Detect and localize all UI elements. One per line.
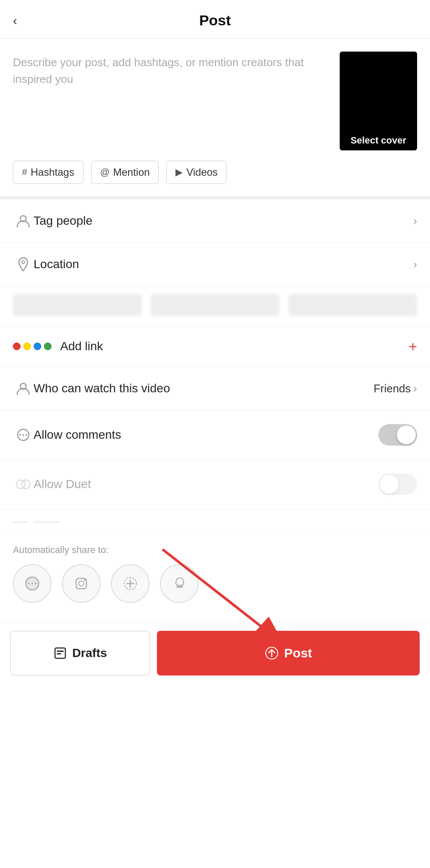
post-label: Post	[284, 646, 312, 660]
share-snapchat-button[interactable]	[160, 564, 199, 603]
drafts-icon	[53, 646, 67, 660]
svg-point-5	[22, 434, 24, 436]
post-button[interactable]: Post	[157, 631, 420, 675]
page-title: Post	[199, 12, 231, 29]
tag-people-row[interactable]: Tag people ›	[0, 199, 430, 243]
post-icon	[264, 646, 279, 660]
svg-point-11	[31, 583, 33, 584]
quick-actions: # Hashtags @ Mention ▶ Videos	[0, 161, 430, 196]
tag-people-label: Tag people	[34, 214, 413, 228]
mention-button[interactable]: @ Mention	[91, 161, 159, 184]
allow-comments-toggle[interactable]	[378, 424, 417, 446]
allow-duet-toggle	[378, 474, 417, 495]
who-can-watch-label: Who can watch this video	[34, 382, 374, 395]
hashtag-icon: #	[22, 167, 27, 178]
link-dots-icon	[13, 342, 52, 350]
partial-row	[0, 509, 430, 535]
suggestion-3	[288, 294, 417, 316]
svg-point-14	[79, 581, 84, 586]
who-can-watch-row[interactable]: Who can watch this video Friends ›	[0, 367, 430, 410]
svg-rect-23	[57, 653, 61, 654]
header: ‹ Post	[0, 0, 430, 39]
hashtags-button[interactable]: # Hashtags	[13, 161, 83, 184]
svg-point-10	[28, 583, 30, 584]
mention-icon: @	[100, 167, 110, 178]
hashtags-label: Hashtags	[31, 166, 74, 178]
svg-point-4	[19, 434, 21, 436]
toggle-knob	[397, 425, 416, 444]
add-link-label: Add link	[60, 339, 408, 353]
location-row[interactable]: Location ›	[0, 243, 430, 286]
bottom-bar: Drafts Post	[0, 622, 430, 686]
auto-share-icons	[13, 564, 417, 613]
allow-comments-row[interactable]: Allow comments	[0, 410, 430, 460]
add-link-row[interactable]: Add link +	[0, 326, 430, 367]
add-link-plus-icon[interactable]: +	[408, 339, 417, 354]
allow-comments-label: Allow comments	[34, 428, 378, 442]
share-instagram-button[interactable]	[62, 564, 101, 603]
who-can-watch-value: Friends	[374, 382, 411, 395]
chevron-right-icon-3: ›	[413, 382, 417, 395]
videos-label: Videos	[186, 166, 218, 178]
chevron-right-icon-2: ›	[413, 258, 417, 271]
location-icon	[13, 257, 34, 272]
share-messages-button[interactable]	[13, 564, 52, 603]
allow-duet-row: Allow Duet	[0, 460, 430, 509]
location-suggestions	[0, 286, 430, 326]
auto-share-section: Automatically share to:	[0, 535, 430, 613]
mention-label: Mention	[113, 166, 150, 178]
svg-point-6	[25, 434, 27, 436]
person-icon-2	[13, 381, 34, 396]
allow-duet-label: Allow Duet	[34, 477, 378, 491]
drafts-button[interactable]: Drafts	[10, 631, 150, 675]
cover-label[interactable]: Select cover	[340, 131, 417, 150]
svg-point-1	[22, 261, 25, 264]
location-label: Location	[34, 257, 413, 271]
svg-point-15	[84, 579, 86, 581]
play-icon: ▶	[175, 167, 183, 178]
cover-thumbnail[interactable]: Select cover	[340, 52, 417, 150]
dot-red	[13, 342, 21, 350]
dot-yellow	[23, 342, 31, 350]
back-button[interactable]: ‹	[13, 13, 17, 28]
dot-green	[44, 342, 52, 350]
svg-rect-22	[57, 651, 64, 652]
suggestion-2	[150, 294, 280, 316]
comment-icon	[13, 427, 34, 443]
auto-share-label: Automatically share to:	[13, 544, 417, 556]
chevron-right-icon: ›	[413, 214, 417, 228]
videos-button[interactable]: ▶ Videos	[166, 161, 227, 184]
svg-point-7	[16, 480, 25, 489]
svg-point-12	[35, 583, 37, 584]
dot-blue	[34, 342, 41, 350]
drafts-label: Drafts	[72, 646, 107, 660]
section-divider	[0, 196, 430, 199]
duet-icon	[13, 477, 34, 492]
suggestion-1	[13, 294, 142, 316]
share-add-button[interactable]	[111, 564, 150, 603]
duet-toggle-knob	[380, 475, 399, 494]
post-description-area: Describe your post, add hashtags, or men…	[0, 39, 430, 161]
description-placeholder[interactable]: Describe your post, add hashtags, or men…	[13, 52, 331, 88]
person-icon	[13, 213, 34, 229]
svg-point-8	[22, 480, 30, 489]
